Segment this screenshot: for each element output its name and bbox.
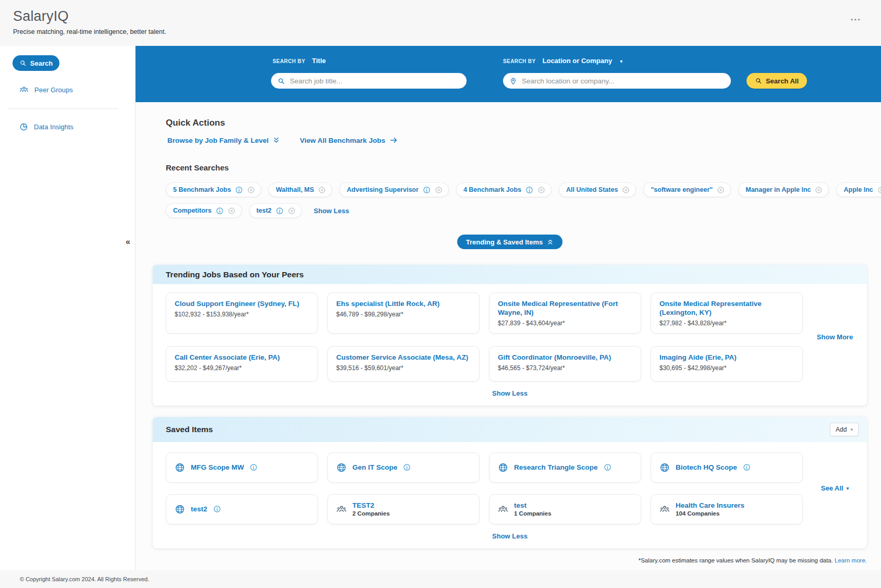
chip-label: Advertising Supervisor [347,186,419,193]
saved-item-label: Biotech HQ Scope [676,463,737,471]
job-salary-range: $32,202 - $49,267/year* [175,364,309,372]
salaryiq-page: SalaryIQ Precise matching, real-time int… [0,0,881,588]
close-icon[interactable] [877,186,881,194]
job-title-search-field[interactable] [271,73,467,89]
recent-search-chip[interactable]: 5 Benchmark Jobs [166,182,261,197]
sidebar-item-data-insights[interactable]: Data Insights [19,123,135,131]
search-all-label: Search All [766,77,799,85]
recent-search-chip[interactable]: Apple Inc [836,182,881,197]
info-icon[interactable] [604,463,611,471]
search-icon [19,59,27,67]
job-card[interactable]: Customer Service Associate (Mesa, AZ) $3… [327,346,480,382]
saved-item-card[interactable]: Research Triangle Scope [489,452,641,483]
saved-item-card[interactable]: test 1 Companies [489,494,641,524]
saved-item-card[interactable]: Health Care Insurers 104 Companies [651,494,803,524]
saved-show-less-link[interactable]: Show Less [492,532,528,540]
job-card[interactable]: Imaging Aide (Erie, PA) $30,695 - $42,99… [651,346,803,382]
job-card[interactable]: Onsite Medical Representative (Fort Wayn… [489,292,641,334]
close-icon[interactable] [815,186,823,194]
recent-search-chip[interactable]: Advertising Supervisor [339,182,449,197]
job-salary-range: $46,565 - $73,724/year* [498,364,632,372]
close-icon[interactable] [537,186,545,194]
app-header: SalaryIQ Precise matching, real-time int… [0,0,881,46]
chip-label: Manager in Apple Inc [745,186,811,193]
chip-label: Apple Inc [843,186,873,193]
learn-more-link[interactable]: Learn more. [835,557,867,564]
saved-item-card[interactable]: TEST2 2 Companies [327,494,480,524]
globe-icon [336,462,347,473]
add-button[interactable]: Add ▾ [830,423,859,436]
trending-jobs-header: Trending Jobs Based on Your Peers [153,265,867,284]
toggle-label: Trending & Saved Items [466,238,543,246]
info-icon[interactable] [423,186,431,194]
globe-icon [659,462,670,473]
recent-search-chip[interactable]: Manager in Apple Inc [738,182,829,197]
job-title-search-input[interactable] [290,77,460,85]
arrow-right-icon [389,136,398,144]
saved-item-card[interactable]: Gen IT Scope [327,452,480,483]
recent-searches-show-less-link[interactable]: Show Less [314,207,349,215]
close-icon[interactable] [435,186,443,194]
job-title: Onsite Medical Representative (Lexington… [659,300,794,317]
chevron-down-icon: ▾ [847,486,849,491]
recent-search-chip[interactable]: 4 Benchmark Jobs [456,182,552,197]
recent-search-chip[interactable]: Competitors [166,203,242,218]
trending-saved-items-toggle-button[interactable]: Trending & Saved Items [457,235,562,249]
info-icon[interactable] [216,207,224,215]
info-icon[interactable] [403,463,411,471]
saved-item-label: MFG Scope MW [191,463,244,471]
saved-item-company-count: 2 Companies [352,510,390,517]
info-icon[interactable] [525,186,533,194]
search-icon [277,77,285,85]
job-title: Gift Coordinator (Monroeville, PA) [498,353,632,362]
chip-label: Walthall, MS [276,186,314,193]
info-icon[interactable] [213,505,221,513]
job-card[interactable]: Ehs specialist (Little Rock, AR) $46,789… [327,292,480,334]
page-footer: © Copyright Salary.com 2024. All Rights … [0,570,881,588]
browse-by-job-family-link[interactable]: Browse by Job Family & Level [167,136,280,144]
view-all-benchmark-jobs-link[interactable]: View All Benchmark Jobs [300,136,398,144]
chip-label: 4 Benchmark Jobs [463,186,521,193]
job-card[interactable]: Gift Coordinator (Monroeville, PA) $46,5… [489,346,641,382]
chip-label: test2 [256,207,272,214]
search-band: SEARCH BY Title SEARCH BY Location or Co… [136,46,881,102]
search-all-button[interactable]: Search All [747,73,807,89]
people-icon [659,504,670,514]
info-icon[interactable] [743,463,751,471]
info-icon[interactable] [235,186,243,194]
close-icon[interactable] [288,207,296,215]
recent-search-chip[interactable]: Walthall, MS [268,182,332,197]
sidebar-item-peer-groups[interactable]: Peer Groups [19,85,135,94]
show-more-link[interactable]: Show More [817,333,853,341]
trending-show-less-link[interactable]: Show Less [492,389,528,397]
recent-search-chip[interactable]: test2 [249,203,302,218]
see-all-link[interactable]: See All ▾ [821,484,849,492]
saved-item-card[interactable]: MFG Scope MW [166,452,318,483]
saved-item-card[interactable]: test2 [166,494,318,524]
link-label: View All Benchmark Jobs [300,137,385,144]
sidebar-collapse-icon[interactable]: « [126,238,130,246]
saved-item-card[interactable]: Biotech HQ Scope [651,452,803,483]
close-icon[interactable] [717,186,725,194]
job-card[interactable]: Onsite Medical Representative (Lexington… [651,292,803,334]
recent-search-chip[interactable]: All United States [559,182,636,197]
close-icon[interactable] [247,186,255,194]
info-icon[interactable] [250,463,258,471]
app-tagline: Precise matching, real-time intelligence… [13,28,881,35]
saved-item-label: test [514,501,552,509]
overflow-menu-icon[interactable]: ... [851,13,861,23]
add-button-label: Add [836,426,847,433]
location-search-input[interactable] [522,77,725,85]
location-search-field[interactable] [503,73,731,89]
search-by-location-dropdown[interactable]: SEARCH BY Location or Company ▾ [503,57,622,65]
people-icon [336,504,347,514]
recent-search-chip[interactable]: "software engineer" [643,182,731,197]
job-card[interactable]: Cloud Support Engineer (Sydney, FL) $102… [166,292,318,334]
sidebar-item-search[interactable]: Search [13,55,59,71]
info-icon[interactable] [276,207,284,215]
people-icon [19,85,29,94]
close-icon[interactable] [622,186,630,194]
close-icon[interactable] [228,207,236,215]
close-icon[interactable] [318,186,326,194]
job-card[interactable]: Call Center Associate (Erie, PA) $32,202… [166,346,318,382]
